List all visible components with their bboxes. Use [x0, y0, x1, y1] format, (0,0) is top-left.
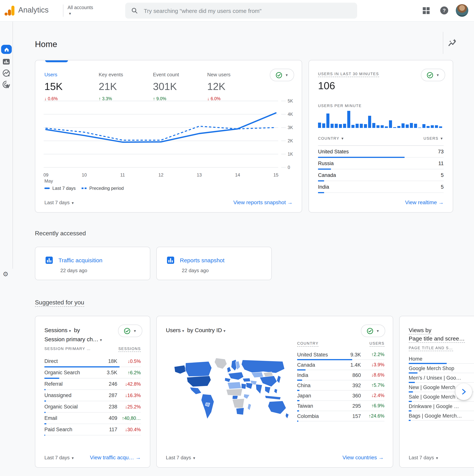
row-label: Home — [409, 356, 474, 361]
table-row: China392↑5.7% — [297, 380, 384, 391]
row-value: 246 — [98, 381, 117, 387]
page-title-column-header[interactable]: PAGE TITLE AND S… — [409, 346, 453, 351]
report-bar-chart-icon — [167, 256, 175, 264]
card-title: Users▼ by Country ID▼ — [166, 326, 227, 335]
per-minute-bar — [318, 122, 321, 128]
view-countries-link[interactable]: View countries → — [342, 454, 384, 460]
table-row: India860↓8.6% — [297, 370, 384, 380]
account-switcher-label: All accounts — [68, 5, 93, 10]
data-quality-pill[interactable]: ▼ — [270, 69, 294, 81]
selected-metric-tab-indicator — [45, 60, 68, 62]
recent-card-label[interactable]: Reports snapshot — [180, 257, 224, 263]
row-value: 392 — [341, 382, 361, 388]
row-label: Organic Search — [44, 370, 98, 375]
metric-label: Users — [44, 72, 99, 77]
advertising-icon[interactable] — [2, 81, 10, 88]
legend-item-current: Last 7 days — [44, 186, 76, 191]
delta-up: ↑2.2% — [361, 352, 384, 357]
date-range-selector[interactable]: Last 7 days ▼ — [44, 455, 74, 460]
users-column-header[interactable]: USERS — [370, 341, 384, 347]
chevron-down-icon: ▼ — [223, 329, 226, 333]
svg-text:0: 0 — [288, 165, 290, 170]
svg-text:09: 09 — [44, 172, 48, 177]
sessions-by-channel-card: Sessions▼ by Session primary ch…▼ ▼ SESS… — [35, 316, 150, 468]
date-range-selector[interactable]: Last 7 days ▼ — [166, 455, 196, 460]
metric-tab-event-count[interactable]: Event count301K↑ 9.0% — [153, 72, 207, 101]
table-row: Colombia157↑24.6% — [297, 411, 384, 421]
delta-up: ↑5.7% — [361, 383, 384, 388]
carousel-next-button[interactable] — [456, 383, 472, 400]
help-icon[interactable]: ? — [440, 6, 448, 15]
country-name: India — [318, 184, 329, 190]
row-value: 409 — [98, 415, 117, 421]
overview-metrics-card: Users15K↓ 0.6%Key events21K↑ 3.3%Event c… — [35, 60, 302, 213]
recent-card-label[interactable]: Traffic acquisition — [58, 257, 102, 263]
date-range-selector[interactable]: Last 7 days ▼ — [409, 455, 439, 460]
metric-label: Event count — [153, 72, 207, 77]
reports-icon[interactable] — [2, 58, 10, 66]
arrow-right-icon: → — [287, 199, 293, 205]
metric-selector[interactable]: Sessions — [44, 327, 68, 333]
metric-label: Key events — [99, 72, 153, 77]
check-circle-icon — [275, 71, 282, 78]
dimension-selector[interactable]: Session primary ch… — [44, 336, 99, 342]
row-label: Taiwan — [297, 403, 341, 409]
data-quality-pill[interactable]: ▼ — [361, 324, 385, 337]
country-column-header[interactable]: COUNTRY — [297, 341, 319, 347]
settings-gear-icon[interactable]: ⚙ — [3, 271, 9, 277]
view-realtime-link[interactable]: View realtime → — [405, 199, 444, 205]
metric-selector[interactable]: Users — [166, 327, 181, 333]
data-quality-pill[interactable]: ▼ — [421, 69, 445, 81]
view-reports-snapshot-link[interactable]: View reports snapshot → — [233, 199, 293, 205]
row-value: 860 — [341, 372, 361, 378]
dimension-selector[interactable]: Page title and scree… — [409, 335, 465, 343]
table-row: Taiwan295↑6.9% — [297, 401, 384, 411]
users-column-header[interactable]: USERS ▼ — [423, 136, 444, 140]
sessions-column-header[interactable]: SESSIONS — [118, 347, 141, 352]
svg-text:4K: 4K — [288, 112, 293, 117]
insights-sparkline-icon[interactable] — [448, 39, 457, 48]
google-analytics-logo-icon[interactable] — [4, 5, 15, 16]
dimension-selector[interactable]: by Country ID — [187, 327, 222, 333]
data-quality-pill[interactable]: ▼ — [118, 324, 142, 337]
arrow-right-icon: → — [378, 454, 384, 460]
country-name: United States — [318, 149, 349, 154]
chevron-down-icon: ▼ — [99, 338, 103, 342]
dashed-line-swatch — [82, 187, 87, 189]
metric-tab-key-events[interactable]: Key events21K↑ 3.3% — [99, 72, 153, 101]
metric-tab-new-users[interactable]: New users12K↓ 6.0% — [207, 72, 261, 101]
table-row: Russia11 — [318, 157, 444, 169]
channel-column-header[interactable]: SESSION PRIMARY … — [44, 347, 91, 351]
metric-selector[interactable]: Views by — [409, 327, 431, 334]
world-choropleth-map[interactable] — [172, 356, 293, 425]
per-minute-bar — [339, 124, 342, 128]
chevron-down-icon: ▼ — [181, 329, 185, 333]
search-bar[interactable] — [125, 3, 357, 18]
row-value: 3.5K — [98, 370, 117, 375]
table-row: Unassigned287↓16.3% — [44, 390, 141, 401]
avatar[interactable] — [456, 4, 468, 17]
account-switcher[interactable]: All accounts ▼ — [68, 4, 93, 16]
chevron-right-icon — [461, 389, 467, 395]
table-row: Direct18K↓0.5% — [44, 356, 141, 367]
view-traffic-acquisition-link[interactable]: View traffic acqu… → — [90, 454, 141, 460]
explore-icon[interactable] — [2, 69, 10, 77]
search-input[interactable] — [143, 7, 351, 14]
row-label: Organic Social — [44, 404, 98, 409]
check-circle-icon — [124, 327, 131, 334]
logo-tall-bar — [11, 6, 15, 16]
apps-grid-icon[interactable] — [423, 7, 430, 15]
card-title: Views by Page title and scree… — [409, 326, 465, 343]
date-range-selector[interactable]: Last 7 days ▼ — [44, 200, 74, 205]
recent-card-reports-snapshot[interactable]: Reports snapshot 22 days ago — [156, 247, 272, 280]
analytics-home-page: Analytics All accounts ▼ ? — [0, 0, 474, 476]
metric-tab-users[interactable]: Users15K↓ 0.6% — [44, 72, 99, 101]
svg-text:11: 11 — [120, 172, 125, 177]
country-column-header[interactable]: COUNTRY ▼ — [318, 136, 345, 140]
sidebar-item-home[interactable] — [1, 45, 12, 54]
chevron-down-icon: ▼ — [68, 12, 93, 16]
recent-card-traffic-acquisition[interactable]: Traffic acquisition 22 days ago — [35, 247, 150, 280]
per-minute-bar — [426, 126, 430, 128]
sidebar-divider — [13, 21, 13, 269]
svg-text:10: 10 — [82, 172, 87, 177]
